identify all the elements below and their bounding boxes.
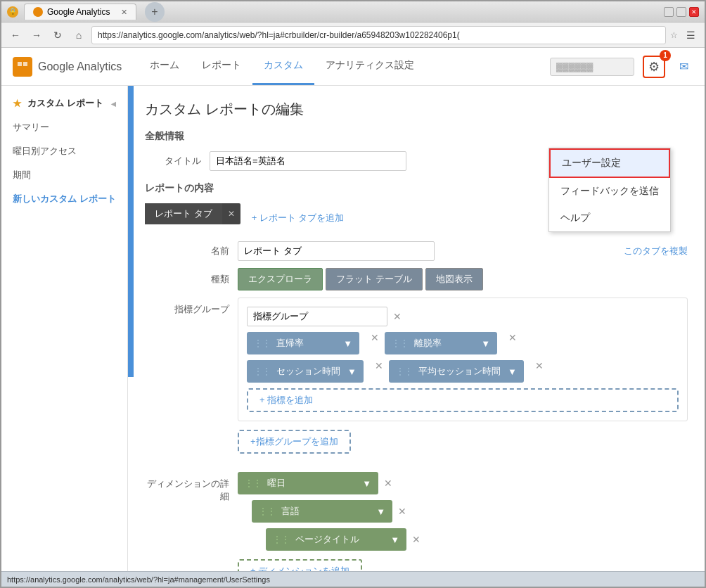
add-tab-button[interactable]: + レポート タブを追加	[246, 207, 350, 229]
notification-bell[interactable]: ✉	[674, 57, 693, 77]
ga-logo-icon	[13, 57, 32, 77]
report-tab[interactable]: レポート タブ	[145, 203, 222, 224]
dim-dropdown-3[interactable]: ⋮⋮ ページタイトル ▼	[266, 528, 406, 551]
metric-close-4[interactable]: ✕	[535, 360, 544, 383]
dim-close-2[interactable]: ✕	[398, 506, 406, 517]
svg-rect-0	[18, 62, 22, 66]
ga-logo-text: Google Analytics	[38, 60, 122, 73]
home-button[interactable]: ⌂	[70, 27, 87, 44]
copy-tab-link[interactable]: このタブを複製	[624, 245, 688, 257]
type-btn-explorer[interactable]: エクスプローラ	[238, 268, 323, 290]
new-tab-button[interactable]: +	[145, 2, 165, 22]
name-input[interactable]	[238, 241, 435, 261]
dimension-row-2: ⋮⋮ 言語 ▼ ✕	[252, 500, 421, 523]
metric-close-1[interactable]: ✕	[371, 332, 379, 354]
status-url: https://analytics.google.com/analytics/w…	[7, 575, 270, 584]
dropdown-user-settings[interactable]: ユーザー設定	[549, 148, 670, 178]
type-form-row: 種類 エクスプローラ フラット テーブル 地図表示	[145, 268, 688, 290]
dimension-row-3: ⋮⋮ ページタイトル ▼ ✕	[266, 528, 421, 551]
metric-row-1: ⋮⋮ 直帰率 ▼ ✕ ⋮⋮ 離脱率 ▼	[247, 332, 679, 354]
metric-label-3: セッション時間	[276, 365, 340, 378]
type-btn-map[interactable]: 地図表示	[425, 268, 483, 290]
dropdown-arrow-icon: ▼	[383, 535, 399, 545]
metric-group-content: ✕ ⋮⋮ 直帰率 ▼ ✕	[238, 298, 688, 465]
type-btn-flat-table[interactable]: フラット テーブル	[326, 268, 423, 290]
title-label: タイトル	[145, 155, 201, 167]
star-icon[interactable]: ☆	[670, 30, 678, 40]
dim-close-3[interactable]: ✕	[412, 534, 421, 545]
sidebar-item-summary[interactable]: サマリー	[1, 115, 127, 139]
drag-handle-icon: ⋮⋮	[254, 366, 271, 376]
metric-group-label: 指標グループ	[145, 303, 229, 316]
drag-handle-icon: ⋮⋮	[254, 338, 271, 348]
page-title: カスタム レポートの編集	[145, 100, 688, 119]
svg-rect-1	[23, 62, 27, 66]
metric-group-input[interactable]	[247, 307, 387, 326]
dropdown-help[interactable]: ヘルプ	[549, 205, 670, 231]
add-dimension-button[interactable]: + ディメンションを追加	[238, 559, 362, 571]
dim-close-1[interactable]: ✕	[384, 478, 392, 489]
ga-logo: Google Analytics	[13, 57, 122, 77]
ga-app: Google Analytics ホーム レポート カスタム アナリティクス設定…	[1, 48, 705, 587]
name-label: 名前	[145, 245, 229, 257]
metric-dropdown-3[interactable]: ⋮⋮ セッション時間 ▼	[247, 360, 364, 383]
drag-handle-icon: ⋮⋮	[273, 535, 290, 544]
sidebar-arrow: ◂	[111, 98, 116, 109]
metric-dropdown-2[interactable]: ⋮⋮ 離脱率 ▼	[385, 332, 497, 354]
sidebar-item-period[interactable]: 期間	[1, 163, 127, 187]
sidebar-weekday-label: 曜日別アクセス	[13, 145, 77, 158]
sidebar-summary-label: サマリー	[13, 121, 49, 134]
account-selector[interactable]: ▓▓▓▓▓▓	[550, 58, 634, 76]
dimension-label: ディメンションの詳細	[145, 478, 229, 503]
browser-icon: 🔒	[7, 6, 18, 18]
report-content-section: レポートの内容 レポート タブ ✕ + レポート タブを追加 名前 このタブを複…	[145, 182, 688, 571]
sidebar-period-label: 期間	[13, 169, 31, 181]
dimension-row: ディメンションの詳細 ⋮⋮ 曜日 ▼ ✕	[145, 472, 688, 571]
ga-nav: ホーム レポート カスタム アナリティクス設定	[139, 48, 425, 85]
maximize-button[interactable]	[676, 7, 686, 17]
address-input[interactable]	[91, 26, 666, 44]
nav-home[interactable]: ホーム	[139, 48, 191, 85]
back-button[interactable]: ←	[7, 27, 24, 44]
metric-dropdown-4[interactable]: ⋮⋮ 平均セッション時間 ▼	[389, 360, 524, 383]
dropdown-arrow-icon: ▼	[336, 338, 352, 349]
nav-reports[interactable]: レポート	[191, 48, 252, 85]
ga-header-right: ▓▓▓▓▓▓ ⚙ 1 ✉	[550, 56, 693, 78]
title-bar: 🔒 Google Analytics ✕ + ✕	[1, 1, 705, 23]
close-button[interactable]: ✕	[689, 7, 699, 17]
menu-button[interactable]: ☰	[682, 27, 699, 44]
metric-dropdown-1[interactable]: ⋮⋮ 直帰率 ▼	[247, 332, 359, 354]
sidebar-item-new-custom-report[interactable]: 新しいカスタム レポート	[1, 187, 127, 211]
metric-group-close[interactable]: ✕	[393, 311, 402, 322]
title-input[interactable]	[210, 151, 406, 171]
report-tab-container: レポート タブ ✕	[145, 203, 240, 224]
dropdown-send-feedback[interactable]: フィードバックを送信	[549, 178, 670, 205]
dim-dropdown-2[interactable]: ⋮⋮ 言語 ▼	[252, 500, 392, 523]
sidebar-item-custom-reports[interactable]: ★ カスタム レポート ◂	[1, 91, 127, 115]
metric-close-2[interactable]: ✕	[508, 332, 517, 354]
browser-tab[interactable]: Google Analytics ✕	[24, 4, 136, 20]
dim-label-1: 曜日	[267, 477, 285, 490]
nav-custom[interactable]: カスタム	[252, 48, 314, 85]
main-layout: ★ カスタム レポート ◂ サマリー 曜日別アクセス 期間 新しいカスタム レポ…	[1, 86, 705, 571]
tab-close-button[interactable]: ✕	[121, 8, 127, 17]
dim-label-3: ページタイトル	[295, 533, 359, 546]
add-metric-button[interactable]: + 指標を追加	[247, 388, 679, 412]
dim-label-2: 言語	[281, 505, 300, 518]
star-icon: ★	[13, 98, 22, 109]
name-form-row: 名前 このタブを複製	[145, 241, 688, 261]
reload-button[interactable]: ↻	[49, 27, 66, 44]
dropdown-arrow-icon: ▼	[369, 506, 385, 517]
sidebar-custom-reports-label: カスタム レポート	[27, 97, 103, 110]
minimize-button[interactable]	[664, 7, 674, 17]
add-group-button[interactable]: +指標グループを追加	[238, 430, 351, 454]
sidebar-item-weekday[interactable]: 曜日別アクセス	[1, 139, 127, 163]
forward-button[interactable]: →	[28, 27, 45, 44]
dropdown-arrow-icon: ▼	[340, 366, 357, 377]
dim-dropdown-1[interactable]: ⋮⋮ 曜日 ▼	[238, 472, 378, 494]
tab-close-x[interactable]: ✕	[222, 206, 240, 222]
metric-close-3[interactable]: ✕	[375, 360, 383, 383]
nav-analytics-settings[interactable]: アナリティクス設定	[314, 48, 425, 85]
general-info-title: 全般情報	[145, 130, 688, 143]
metric-row-2: ⋮⋮ セッション時間 ▼ ✕ ⋮⋮ 平均セッション時間 ▼	[247, 360, 679, 383]
